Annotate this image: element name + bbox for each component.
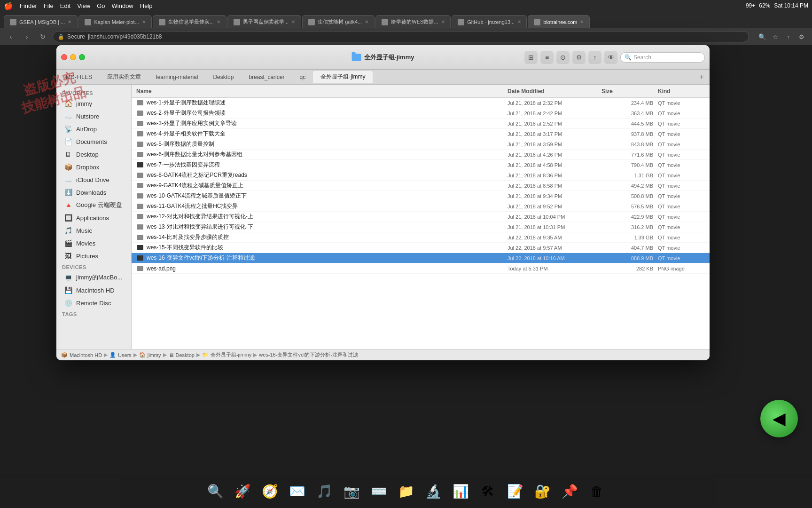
dock-music[interactable]: 🎵 xyxy=(312,478,337,504)
sidebar-item-macintosh-hd[interactable]: 💾 Macintosh HD xyxy=(58,284,129,296)
sidebar-item-dropbox[interactable]: 📦 Dropbox xyxy=(58,161,129,173)
tab-close-6[interactable]: ✕ xyxy=(517,19,521,24)
tab-close-3[interactable]: ✕ xyxy=(291,19,295,24)
tab-close-4[interactable]: ✕ xyxy=(365,19,368,24)
float-button[interactable]: ◀ xyxy=(760,400,798,437)
sidebar-item-music[interactable]: 🎵 Music xyxy=(58,224,129,237)
search-icon[interactable]: 🔍 xyxy=(757,32,768,42)
dock-app2[interactable]: 📊 xyxy=(448,478,473,504)
dock-files[interactable]: 📁 xyxy=(393,478,419,504)
breadcrumb-folder[interactable]: 全外显子组-jimmy xyxy=(211,351,251,358)
browser-tab-4[interactable]: 生信技能树 gatk4... ✕ xyxy=(302,15,375,28)
sidebar-item-airdrop[interactable]: 📡 AirDrop xyxy=(58,123,129,135)
file-row[interactable]: wes-2-外显子测序公司报告领读 Jul 21, 2018 at 2:42 P… xyxy=(132,108,710,119)
sidebar-item-jimmy[interactable]: 🏠 jimmy xyxy=(58,97,129,110)
breadcrumb-jimmy[interactable]: jimmy xyxy=(148,352,161,358)
file-row[interactable]: wes-10-GATK4流程之碱基质量值矫正下 Jul 21, 2018 at … xyxy=(132,191,710,201)
dock-terminal[interactable]: ⌨️ xyxy=(366,478,391,504)
tab-close-7[interactable]: ✕ xyxy=(580,19,584,24)
browser-tab-6[interactable]: GitHub - jmzeng13... ✕ xyxy=(452,15,527,28)
maximize-button[interactable] xyxy=(79,54,85,60)
breadcrumb-file[interactable]: wes-16-变异文件vcf的下游分析-注释和过滤 xyxy=(259,351,358,358)
add-tab-button[interactable]: + xyxy=(696,73,708,81)
menu-finder[interactable]: Finder xyxy=(20,2,37,9)
finder-tab-5[interactable]: qc xyxy=(292,71,313,83)
col-date[interactable]: Date Modified xyxy=(508,88,601,95)
tab-close-2[interactable]: ✕ xyxy=(217,19,220,24)
arrange-btn[interactable]: ⊙ xyxy=(556,51,570,64)
sort-btn[interactable]: ≡ xyxy=(540,51,554,64)
dock-app4[interactable]: 📝 xyxy=(502,478,528,504)
reload-button[interactable]: ↻ xyxy=(37,32,49,42)
breadcrumb-users-label[interactable]: Users xyxy=(118,352,132,358)
menu-edit[interactable]: Edit xyxy=(60,2,70,9)
forward-button[interactable]: › xyxy=(21,32,33,42)
col-kind[interactable]: Kind xyxy=(658,88,705,95)
file-row[interactable]: wes-9-GATK4流程之碱基质量值矫正上 Jul 21, 2018 at 8… xyxy=(132,181,710,191)
file-row[interactable]: wes-13-对比对和找变异结果进行可视化-下 Jul 21, 2018 at … xyxy=(132,222,710,232)
dock-launchpad[interactable]: 🚀 xyxy=(230,478,255,504)
col-size[interactable]: Size xyxy=(601,88,658,95)
finder-tab-1[interactable]: 应用实例文章 xyxy=(100,71,148,83)
search-box[interactable]: 🔍 Search xyxy=(620,52,705,63)
file-row[interactable]: wes-16-变异文件vcf的下游分析-注释和过滤 Jul 22, 2018 a… xyxy=(132,253,710,263)
action-btn[interactable]: ⚙ xyxy=(572,51,586,64)
browser-tab-0[interactable]: GSEA | MSigDB | ... ✕ xyxy=(4,15,78,28)
dock-photos[interactable]: 📷 xyxy=(339,478,364,504)
view-grid-btn[interactable]: ⊞ xyxy=(524,51,538,64)
file-row[interactable]: wes-6-测序数据比量比对到参考基因组 Jul 21, 2018 at 4:2… xyxy=(132,150,710,160)
dock-mail[interactable]: ✉️ xyxy=(284,478,310,504)
dock-app5[interactable]: 🔐 xyxy=(530,478,555,504)
address-bar[interactable]: 🔒 Secure jianshu.com/p/49d035b121b8 xyxy=(53,31,749,42)
menu-help[interactable]: Help xyxy=(140,2,153,9)
file-row[interactable]: wes-ad.png Today at 5:31 PM 282 KB PNG i… xyxy=(132,263,710,274)
file-row[interactable]: wes-3-外显子测序应用实例文章导读 Jul 21, 2018 at 2:52… xyxy=(132,119,710,129)
col-name[interactable]: Name xyxy=(136,88,508,95)
share-btn[interactable]: ↑ xyxy=(588,51,601,64)
sidebar-item-nutstore[interactable]: ☁️ Nutstore xyxy=(58,110,129,122)
finder-tab-2[interactable]: learning-material xyxy=(148,71,205,83)
file-row[interactable]: wes-12-对比对和找变异结果进行可视化-上 Jul 21, 2018 at … xyxy=(132,212,710,222)
tab-close-1[interactable]: ✕ xyxy=(142,19,146,24)
menu-view[interactable]: View xyxy=(77,2,90,9)
sidebar-item-remote-disc[interactable]: 💿 Remote Disc xyxy=(58,297,129,309)
finder-tab-4[interactable]: breast_cancer xyxy=(241,71,292,83)
browser-tab-7[interactable]: biotrainee.com ✕ xyxy=(528,15,590,28)
extensions-icon[interactable]: ⚙ xyxy=(796,32,807,42)
browser-tab-2[interactable]: 生物信息学最佳实... ✕ xyxy=(153,15,226,28)
sidebar-item-google-drive[interactable]: 🔺 Google 云端硬盘 xyxy=(58,199,129,211)
back-button[interactable]: ‹ xyxy=(5,32,17,42)
file-row[interactable]: wes-4-外显子相关软件下载大全 Jul 21, 2018 at 3:17 P… xyxy=(132,129,710,139)
file-row[interactable]: wes-5-测序数据的质量控制 Jul 21, 2018 at 3:59 PM … xyxy=(132,139,710,150)
file-row[interactable]: wes-15-不同找变异软件的比较 Jul 22, 2018 at 9:57 A… xyxy=(132,243,710,253)
sidebar-item-pictures[interactable]: 🖼 Pictures xyxy=(58,250,129,262)
finder-tab-3[interactable]: Desktop xyxy=(205,71,241,83)
sidebar-item-macbook[interactable]: 💻 jimmy的MacBo... xyxy=(58,271,129,284)
dock-finder[interactable]: 🔍 xyxy=(203,478,228,504)
breadcrumb-macintosh-label[interactable]: Macintosh HD xyxy=(70,352,102,358)
menu-go[interactable]: Go xyxy=(97,2,105,9)
sidebar-item-documents[interactable]: 📄 Documents xyxy=(58,135,129,148)
sidebar-item-downloads[interactable]: ⬇️ Downloads xyxy=(58,186,129,198)
tab-close-0[interactable]: ✕ xyxy=(68,19,71,24)
breadcrumb-desktop[interactable]: Desktop xyxy=(176,352,195,358)
sidebar-item-desktop[interactable]: 🖥 Desktop xyxy=(58,148,129,160)
close-button[interactable] xyxy=(61,54,67,60)
tab-close-5[interactable]: ✕ xyxy=(441,19,445,24)
file-row[interactable]: wes-8-GATK4流程之标记PCR重复reads Jul 21, 2018 … xyxy=(132,170,710,181)
menu-window[interactable]: Window xyxy=(112,2,133,9)
file-row[interactable]: wes-7-一步法找基因变异流程 Jul 21, 2018 at 4:58 PM… xyxy=(132,160,710,170)
file-row[interactable]: wes-1-外显子测序数据处理综述 Jul 21, 2018 at 2:32 P… xyxy=(132,98,710,108)
share-icon[interactable]: ↑ xyxy=(783,32,794,42)
eye-btn[interactable]: 👁 xyxy=(604,51,617,64)
file-row[interactable]: wes-11-GATK4流程之批量HC找变异 Jul 21, 2018 at 9… xyxy=(132,201,710,212)
minimize-button[interactable] xyxy=(70,54,76,60)
star-icon[interactable]: ☆ xyxy=(770,32,781,42)
finder-tab-6[interactable]: 全外显子组-jimmy xyxy=(313,71,373,83)
browser-tab-3[interactable]: 男子网盘倒卖教学... ✕ xyxy=(227,15,301,28)
menu-file[interactable]: File xyxy=(44,2,54,9)
browser-tab-5[interactable]: 给学徒的WES数据... ✕ xyxy=(375,15,451,28)
dock-app3[interactable]: 🛠 xyxy=(475,478,500,504)
sidebar-item-movies[interactable]: 🎬 Movies xyxy=(58,237,129,249)
file-row[interactable]: wes-14-比对及找变异步骤的质控 Jul 22, 2018 at 9:35 … xyxy=(132,232,710,243)
